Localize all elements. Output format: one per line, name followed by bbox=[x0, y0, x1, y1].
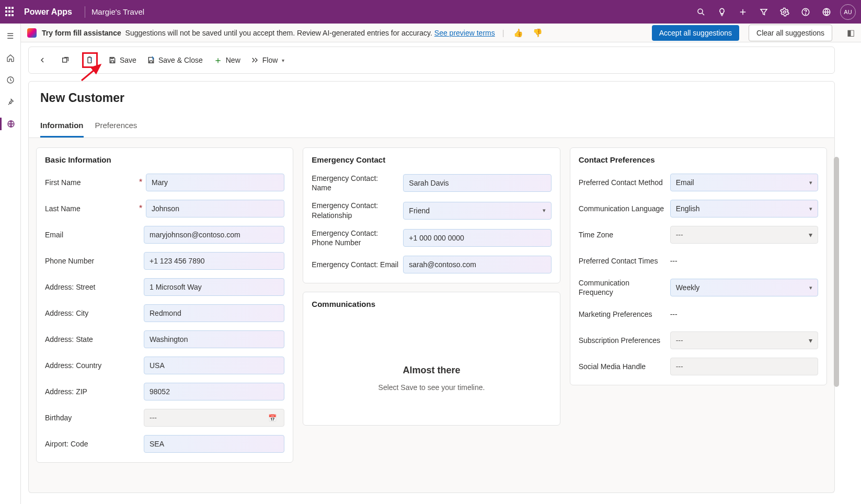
phone-input[interactable] bbox=[144, 252, 284, 270]
city-input[interactable] bbox=[144, 304, 284, 322]
ec-relationship-select[interactable]: Friend▾ bbox=[403, 202, 551, 220]
svg-point-6 bbox=[805, 14, 806, 14]
section-emergency-contact: Emergency Contact Emergency Contact: Nam… bbox=[303, 147, 560, 283]
section-title: Basic Information bbox=[45, 155, 284, 164]
street-input[interactable] bbox=[144, 278, 284, 296]
zip-input[interactable] bbox=[144, 383, 284, 400]
airport-code-input[interactable] bbox=[144, 435, 284, 453]
svg-rect-14 bbox=[150, 61, 152, 63]
ec-name-input[interactable] bbox=[403, 174, 551, 192]
search-icon[interactable] bbox=[691, 0, 711, 24]
preferred-contact-times-value[interactable]: --- bbox=[670, 255, 818, 267]
svg-line-1 bbox=[702, 13, 704, 15]
communication-language-select[interactable]: English▾ bbox=[670, 200, 818, 217]
app-name: Margie's Travel bbox=[91, 7, 144, 16]
calendar-icon: 📅 bbox=[268, 414, 279, 422]
save-and-close-button[interactable]: Save & Close bbox=[147, 56, 203, 64]
section-title: Communications bbox=[312, 300, 551, 308]
home-icon[interactable] bbox=[4, 52, 17, 64]
social-media-handle-input[interactable]: --- bbox=[670, 358, 818, 375]
filter-icon[interactable] bbox=[753, 0, 774, 24]
hamburger-icon[interactable]: ☰ bbox=[4, 30, 17, 42]
clear-all-suggestions-button[interactable]: Clear all suggestions bbox=[749, 25, 832, 41]
settings-gear-icon[interactable] bbox=[774, 0, 795, 24]
country-input[interactable] bbox=[144, 357, 284, 374]
subscription-preferences-select[interactable]: ---▾ bbox=[670, 331, 818, 349]
assist-strong: Try form fill assistance bbox=[42, 29, 121, 37]
section-contact-preferences: Contact Preferences Preferred Contact Me… bbox=[570, 147, 827, 385]
app-launcher-icon[interactable] bbox=[5, 7, 16, 17]
chevron-down-icon: ▾ bbox=[809, 336, 812, 345]
recent-icon[interactable] bbox=[4, 74, 17, 86]
svg-rect-12 bbox=[111, 61, 113, 63]
thumbs-up-icon[interactable]: 👍 bbox=[511, 28, 525, 38]
svg-point-4 bbox=[784, 10, 786, 13]
section-basic-information: Basic Information First Name* Last Name*… bbox=[36, 147, 293, 463]
save-button[interactable]: Save bbox=[108, 56, 136, 64]
tab-preferences[interactable]: Preferences bbox=[95, 121, 137, 138]
chevron-down-icon: ▾ bbox=[282, 58, 284, 63]
section-title: Contact Preferences bbox=[579, 155, 818, 164]
svg-rect-13 bbox=[111, 58, 113, 59]
assist-text: Suggestions will not be saved until you … bbox=[123, 29, 434, 37]
copilot-sidepane-icon[interactable]: ◧ bbox=[847, 28, 855, 38]
thumbs-down-icon[interactable]: 👎 bbox=[531, 28, 545, 38]
ec-email-input[interactable] bbox=[403, 256, 551, 273]
smart-paste-button[interactable] bbox=[82, 52, 98, 68]
form-fill-assist-banner: Try form fill assistance Suggestions wil… bbox=[21, 24, 861, 42]
timeline-empty-title: Almost there bbox=[322, 365, 541, 376]
copilot-icon bbox=[27, 28, 37, 38]
back-button[interactable] bbox=[36, 54, 49, 66]
plus-icon: ＋ bbox=[213, 54, 223, 66]
open-in-new-icon[interactable] bbox=[59, 54, 72, 66]
flow-button[interactable]: Flow▾ bbox=[251, 56, 285, 64]
timeline-empty-subtitle: Select Save to see your timeline. bbox=[322, 383, 541, 392]
sitemap-entity-icon[interactable] bbox=[0, 118, 21, 130]
tab-information[interactable]: Information bbox=[40, 121, 84, 138]
email-input[interactable] bbox=[144, 226, 284, 244]
chevron-down-icon: ▾ bbox=[809, 284, 812, 291]
scrollbar-thumb[interactable] bbox=[834, 157, 839, 387]
chevron-down-icon: ▾ bbox=[543, 207, 546, 214]
command-bar: Save Save & Close ＋New Flow▾ bbox=[28, 47, 835, 74]
brand-label: Power Apps bbox=[24, 7, 72, 17]
left-nav-rail: ☰ bbox=[0, 24, 21, 504]
environment-icon[interactable] bbox=[816, 0, 837, 24]
form-tabs: Information Preferences bbox=[40, 121, 823, 138]
svg-point-0 bbox=[698, 9, 703, 14]
last-name-input[interactable] bbox=[146, 200, 284, 217]
first-name-input[interactable] bbox=[146, 174, 284, 191]
user-avatar[interactable]: AU bbox=[840, 4, 856, 20]
global-header: Power Apps Margie's Travel AU bbox=[0, 0, 861, 24]
birthday-input[interactable]: ---📅 bbox=[144, 409, 284, 427]
preview-terms-link[interactable]: See preview terms bbox=[434, 29, 495, 37]
communication-frequency-select[interactable]: Weekly▾ bbox=[670, 279, 818, 296]
chevron-down-icon: ▾ bbox=[809, 179, 812, 186]
new-button[interactable]: ＋New bbox=[213, 54, 240, 66]
state-input[interactable] bbox=[144, 330, 284, 348]
header-separator bbox=[85, 6, 85, 18]
marketing-preferences-value[interactable]: --- bbox=[670, 308, 818, 320]
add-icon[interactable] bbox=[732, 0, 753, 24]
chevron-down-icon: ▾ bbox=[809, 205, 812, 212]
help-icon[interactable] bbox=[795, 0, 816, 24]
preferred-contact-method-select[interactable]: Email▾ bbox=[670, 174, 818, 191]
time-zone-select[interactable]: ---▾ bbox=[670, 226, 818, 244]
section-title: Emergency Contact bbox=[312, 155, 551, 164]
ec-phone-input[interactable] bbox=[403, 229, 551, 247]
pinned-icon[interactable] bbox=[4, 96, 17, 108]
lightbulb-icon[interactable] bbox=[711, 0, 732, 24]
accept-all-suggestions-button[interactable]: Accept all suggestions bbox=[652, 25, 739, 41]
page-title: New Customer bbox=[40, 91, 823, 105]
svg-rect-10 bbox=[63, 58, 67, 62]
record-header: New Customer Information Preferences bbox=[28, 81, 835, 138]
chevron-down-icon: ▾ bbox=[809, 231, 812, 239]
section-communications: Communications Almost there Select Save … bbox=[303, 292, 560, 426]
